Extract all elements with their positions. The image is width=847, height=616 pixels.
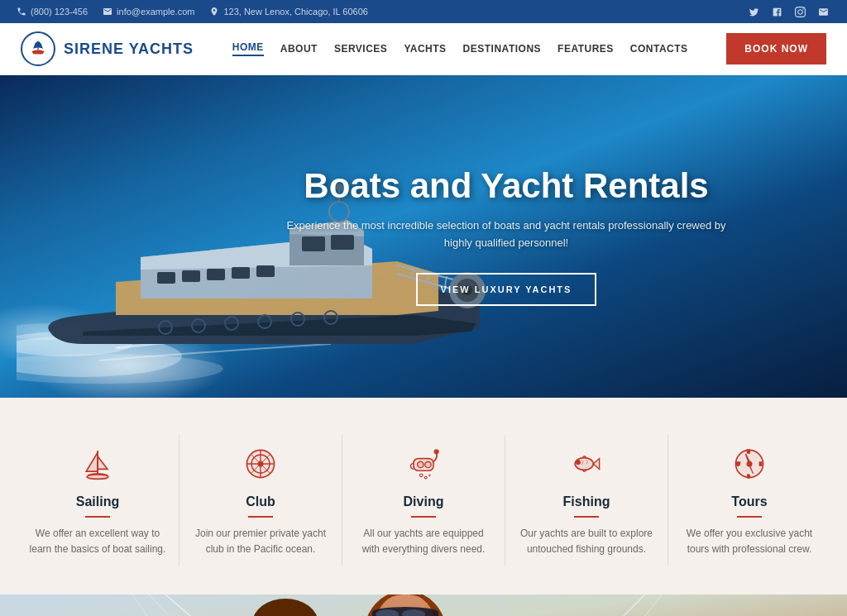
- diving-icon: [403, 443, 444, 485]
- address-info: 123, New Lenox, Chicago, IL 60606: [209, 7, 368, 17]
- svg-rect-8: [207, 269, 225, 280]
- svg-point-44: [424, 476, 427, 479]
- logo[interactable]: SIRENE YACHTS: [21, 31, 194, 66]
- people-group: [248, 595, 471, 616]
- service-club: Club Join our premier private yacht club…: [179, 435, 342, 566]
- svg-point-42: [434, 450, 438, 454]
- svg-point-31: [87, 475, 108, 480]
- service-fishing: Fishing Our yachts are built to explore …: [505, 435, 668, 566]
- sailing-desc: We offer an excellent way to learn the b…: [29, 526, 166, 557]
- svg-rect-7: [182, 270, 200, 282]
- sailing-divider: [85, 516, 110, 518]
- club-desc: Join our premier private yacht club in t…: [192, 526, 329, 557]
- service-diving: Diving All our yachts are equipped with …: [342, 435, 505, 566]
- svg-point-38: [258, 461, 263, 466]
- club-icon: [240, 443, 281, 485]
- nav-services[interactable]: SERVICES: [334, 43, 387, 55]
- mail-link[interactable]: [816, 4, 830, 19]
- diving-divider: [411, 516, 436, 518]
- sailing-title: Sailing: [29, 494, 166, 509]
- sailing-icon: [77, 443, 118, 485]
- main-nav: HOME ABOUT SERVICES YACHTS DESTINATIONS …: [232, 41, 688, 56]
- fishing-desc: Our yachts are built to explore untouche…: [518, 526, 655, 557]
- tours-icon: N S E W: [729, 443, 770, 485]
- nav-home[interactable]: HOME: [232, 41, 264, 56]
- main-person: [339, 595, 471, 616]
- svg-point-45: [428, 475, 430, 476]
- tours-divider: [737, 516, 762, 518]
- facebook-link[interactable]: [769, 4, 784, 19]
- phone-info: (800) 123-456: [17, 7, 88, 17]
- bottom-image-section: [0, 595, 847, 616]
- location-icon: [209, 7, 219, 17]
- tours-desc: We offer you exclusive yacht tours with …: [681, 526, 818, 557]
- service-sailing: Sailing We offer an excellent way to lea…: [17, 435, 179, 566]
- nav-contacts[interactable]: CONTACTS: [630, 43, 688, 55]
- svg-rect-6: [157, 272, 175, 284]
- svg-point-48: [577, 461, 579, 463]
- twitter-link[interactable]: [746, 4, 761, 19]
- nav-about[interactable]: ABOUT: [280, 43, 318, 55]
- hero-cta-button[interactable]: VIEW LUXURY YACHTS: [416, 273, 597, 306]
- nav-destinations[interactable]: DESTINATIONS: [463, 43, 541, 55]
- phone-icon: [17, 7, 26, 17]
- diving-desc: All our yachts are equipped with everyth…: [355, 526, 492, 557]
- top-bar-contact: (800) 123-456 info@example.com 123, New …: [17, 7, 368, 17]
- email-info: info@example.com: [103, 7, 194, 17]
- yacht-logo-icon: [28, 39, 48, 59]
- svg-rect-69: [500, 595, 504, 616]
- fishing-icon: [566, 443, 607, 485]
- hero-subtitle: Experience the most incredible selection…: [275, 217, 738, 252]
- instagram-link[interactable]: [792, 4, 807, 19]
- fishing-title: Fishing: [518, 494, 655, 509]
- svg-rect-41: [425, 461, 431, 467]
- hero-section: Boats and Yacht Rentals Experience the m…: [0, 75, 847, 398]
- hero-content: Boats and Yacht Rentals Experience the m…: [258, 150, 754, 322]
- svg-rect-9: [232, 267, 250, 279]
- header: SIRENE YACHTS HOME ABOUT SERVICES YACHTS…: [0, 23, 847, 75]
- services-section: Sailing We offer an excellent way to lea…: [0, 398, 847, 595]
- social-links[interactable]: [746, 4, 830, 19]
- diving-title: Diving: [355, 494, 492, 509]
- email-icon: [103, 7, 112, 17]
- nav-yachts[interactable]: YACHTS: [404, 43, 446, 55]
- svg-rect-40: [418, 461, 424, 467]
- fishing-divider: [574, 516, 599, 518]
- logo-icon: [21, 31, 55, 66]
- hero-title: Boats and Yacht Rentals: [275, 167, 738, 205]
- logo-text: SIRENE YACHTS: [64, 41, 194, 58]
- svg-point-43: [419, 474, 423, 477]
- nav-features[interactable]: FEATURES: [557, 43, 614, 55]
- tours-title: Tours: [681, 494, 818, 509]
- club-divider: [248, 516, 273, 518]
- service-tours: N S E W Tours We offer you exclusive yac…: [668, 435, 830, 566]
- club-title: Club: [192, 494, 329, 509]
- book-now-button[interactable]: BOOK NOW: [726, 33, 826, 64]
- top-bar: (800) 123-456 info@example.com 123, New …: [0, 0, 847, 23]
